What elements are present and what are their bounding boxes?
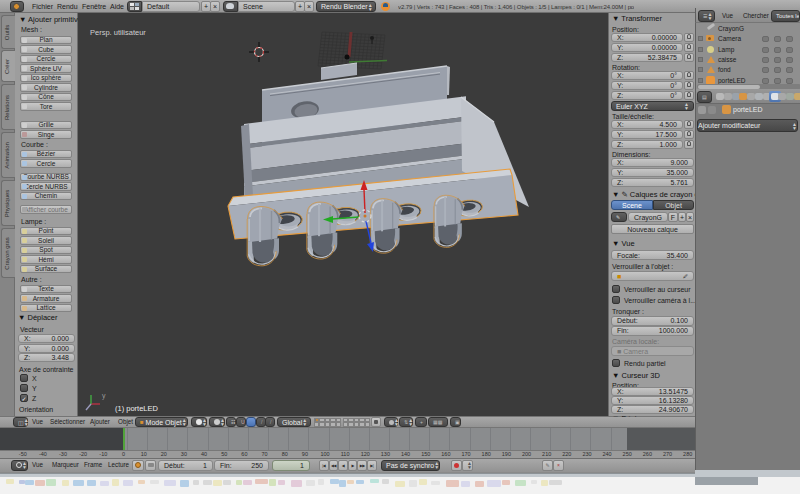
svg-text:y: y: [102, 392, 106, 400]
